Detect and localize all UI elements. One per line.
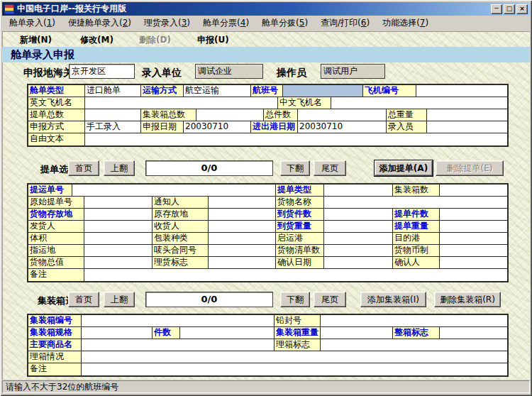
grid-link-label[interactable]: 整箱标志 [393,327,440,339]
minimize-icon[interactable]: ─ [491,4,502,14]
grid-input-cell[interactable] [440,327,507,339]
ctn-page-counter[interactable]: 0/0 [145,292,273,307]
grid-value-cell[interactable]: 进口舱单 [85,85,141,97]
grid-input-cell[interactable] [440,257,507,269]
ctn-prev-page-button[interactable]: 上翻 [104,292,135,307]
delete-container-button[interactable]: 删除集装箱(R) [434,292,501,307]
grid-input-cell[interactable] [85,97,278,109]
grid-input-cell[interactable] [209,233,276,245]
bl-prev-page-button[interactable]: 上翻 [104,160,135,176]
grid-input-cell[interactable] [84,197,153,209]
grid-input-cell[interactable] [209,257,276,269]
window-controls: ─ □ × [491,4,528,14]
grid-input-cell[interactable] [84,233,153,245]
add-container-button[interactable]: 添加集装箱(I) [360,292,426,307]
grid-input-cell[interactable] [209,221,276,233]
ctn-last-page-button[interactable]: 尾页 [314,292,346,307]
grid-link-label[interactable]: 提单重量 [393,221,440,233]
bl-next-page-button[interactable]: 下翻 [280,160,310,176]
focused-input-cell[interactable] [283,85,363,97]
grid-input-cell[interactable] [324,197,507,209]
grid-link-label[interactable]: 提单件数 [393,209,440,221]
grid-link-label[interactable]: 运输方式 [141,85,184,97]
grid-link-label[interactable]: 提运单号 [28,185,72,197]
grid-input-cell[interactable] [416,85,507,97]
grid-link-label[interactable]: 飞机编号 [363,85,416,97]
grid-link-label[interactable]: 件数 [153,327,180,339]
grid-link-label[interactable]: 货物存放地 [28,209,84,221]
grid-link-label[interactable]: 主要商品名 [28,339,82,351]
grid-input-cell[interactable] [440,221,507,233]
menu-item-3[interactable]: 理货录入(3) [138,15,196,31]
grid-link-label[interactable]: 进出港日期 [251,121,298,133]
menu-item-4[interactable]: 舱单分票(4) [196,15,255,31]
grid-label: 申报日期 [141,121,184,133]
delete-bl-button[interactable]: 删除提单(E) [436,160,504,176]
grid-input-cell[interactable] [196,109,264,121]
grid-link-label[interactable]: 到货件数 [276,209,324,221]
grid-link-label[interactable]: 提单类型 [276,185,324,197]
grid-value-cell[interactable]: 20030710 [184,121,251,133]
add-bl-button[interactable]: 添加提单(A) [375,160,433,176]
grid-input-cell[interactable] [209,197,276,209]
grid-link-label[interactable]: 集装箱重量 [275,327,321,339]
ctn-first-page-button[interactable]: 首页 [68,292,99,307]
grid-value-cell[interactable]: 手工录入 [85,121,141,133]
grid-input-cell[interactable] [82,315,275,327]
grid-input-cell[interactable] [85,109,141,121]
grid-input-cell[interactable] [321,315,507,327]
bl-page-counter[interactable]: 0/0 [145,160,273,176]
grid-input-cell[interactable] [84,209,153,221]
toolbar-item-1[interactable]: 新增(N) [20,34,52,46]
bl-first-page-button[interactable]: 首页 [68,160,99,176]
grid-link-label[interactable]: 航班号 [251,85,283,97]
customs-input[interactable]: 京开发区 [69,64,135,79]
grid-input-cell[interactable] [180,327,275,339]
menu-item-2[interactable]: 便捷舱单录入(2) [62,15,138,31]
grid-link-label[interactable]: 集装箱编号 [28,315,82,327]
menu-item-7[interactable]: 功能选择(7) [376,15,435,31]
grid-input-cell[interactable] [321,327,393,339]
grid-input-cell[interactable] [324,257,393,269]
grid-input-cell[interactable] [84,245,153,257]
grid-value-cell[interactable]: 20030710 [298,121,387,133]
grid-input-cell[interactable] [324,185,393,197]
grid-input-cell[interactable] [84,257,153,269]
grid-input-cell[interactable] [427,109,507,121]
grid-link-label[interactable]: 到货重量 [276,221,324,233]
grid-input-cell[interactable] [324,245,393,257]
grid-input-cell[interactable] [209,209,276,221]
grid-input-cell[interactable] [331,97,507,109]
grid-input-cell[interactable] [82,327,153,339]
menu-item-6[interactable]: 查询/打印(6) [314,15,376,31]
grid-value-cell[interactable]: 航空运输 [184,85,251,97]
grid-input-cell[interactable] [82,339,275,351]
grid-input-cell[interactable] [321,339,507,351]
grid-link-label[interactable]: 集装箱规格 [28,327,82,339]
grid-input-cell[interactable] [85,133,507,145]
grid-input-cell[interactable] [84,269,507,281]
bl-last-page-button[interactable]: 尾页 [314,160,346,176]
grid-input-cell[interactable] [324,221,393,233]
maximize-icon[interactable]: □ [504,4,515,14]
grid-input-cell[interactable] [440,185,507,197]
close-icon[interactable]: × [516,4,528,14]
grid-input-cell[interactable] [324,209,393,221]
grid-input-cell[interactable] [427,121,507,133]
grid-input-cell[interactable] [84,221,153,233]
grid-input-cell[interactable] [324,233,393,245]
menu-item-5[interactable]: 舱单分拨(5) [255,15,314,31]
ctn-next-page-button[interactable]: 下翻 [280,292,310,307]
grid-input-cell[interactable] [82,363,507,375]
grid-input-cell[interactable] [440,233,507,245]
menu-item-1[interactable]: 舱单录入(1) [3,15,62,31]
grid-input-cell[interactable] [209,245,276,257]
grid-link-label[interactable]: 舱单类型 [28,85,85,97]
grid-input-cell[interactable] [440,245,507,257]
grid-input-cell[interactable] [298,109,387,121]
grid-input-cell[interactable] [82,351,507,363]
toolbar-item-2[interactable]: 修改(M) [80,34,113,46]
grid-input-cell[interactable] [440,209,507,221]
grid-input-cell[interactable] [72,185,276,197]
toolbar-item-4[interactable]: 申报(U) [197,34,229,46]
